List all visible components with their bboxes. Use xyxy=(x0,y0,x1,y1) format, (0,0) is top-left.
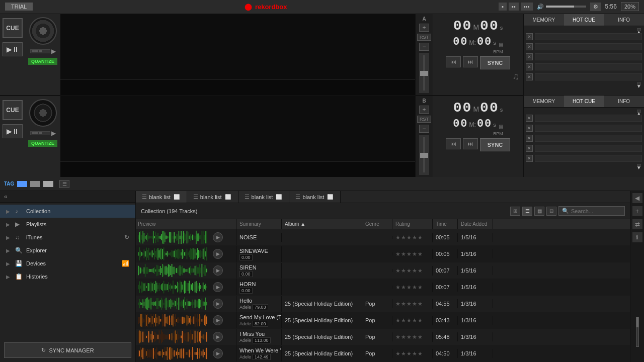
tab-hotcue-a[interactable]: HOT CUE xyxy=(564,14,604,26)
hotcue-x-b-4[interactable]: ✕ xyxy=(526,145,533,152)
hotcue-x-b-2[interactable]: ✕ xyxy=(526,125,533,132)
tab-close-0[interactable]: ⬜ xyxy=(173,194,181,200)
scroll-down-a[interactable]: ▾ xyxy=(637,82,641,85)
detail-view-btn[interactable]: ⊟ xyxy=(546,207,556,216)
play-preview-btn[interactable]: ▶ xyxy=(213,299,223,309)
volume-slider[interactable] xyxy=(546,6,586,8)
col-genre[interactable]: Genre xyxy=(362,219,392,229)
td-rating[interactable]: ★★★★★ xyxy=(392,316,433,325)
tab-close-1[interactable]: ⬜ xyxy=(224,194,232,200)
pitch-down-b[interactable]: − xyxy=(419,125,429,133)
search-input[interactable] xyxy=(571,208,621,214)
tab-info-a[interactable]: INFO xyxy=(604,14,644,26)
td-rating[interactable]: ★★★★★ xyxy=(392,233,433,242)
tag-color-blue[interactable] xyxy=(17,181,27,187)
hotcue-x-a-3[interactable]: ✕ xyxy=(526,53,533,60)
itunes-sync-icon[interactable]: ↻ xyxy=(124,234,129,241)
seek-fwd-a[interactable]: ⏭ xyxy=(463,56,478,67)
transport-b-arrow[interactable]: ▶ xyxy=(51,130,56,137)
hotcue-x-b-5[interactable]: ✕ xyxy=(526,155,533,162)
sidebar-item-histories[interactable]: ▶ 📋 Histories xyxy=(0,270,135,283)
tab-2[interactable]: ☰ blank list ⬜ xyxy=(238,191,290,203)
cue-b-button[interactable]: CUE xyxy=(3,100,23,120)
play-preview-btn[interactable]: ▶ xyxy=(213,315,223,325)
sidebar-item-itunes[interactable]: ▶ ♫ iTunes ↻ xyxy=(0,231,135,244)
hotcue-x-a-1[interactable]: ✕ xyxy=(526,33,533,40)
table-row[interactable]: ▶ SINEWAVE 0.00 ★★★★★ 00:05 1/5/16 xyxy=(136,246,630,262)
scroll-down-b[interactable]: ▾ xyxy=(637,164,641,167)
cue-a-button[interactable]: CUE xyxy=(3,18,23,38)
rst-b[interactable]: RST xyxy=(417,116,431,123)
table-row[interactable]: ▶ When We Were Young Adele 142.49 25 (Sp… xyxy=(136,345,630,362)
list-view-btn[interactable]: ☰ xyxy=(522,207,532,216)
hotcue-x-a-4[interactable]: ✕ xyxy=(526,63,533,70)
play-a-button[interactable]: ▶⏸ xyxy=(3,42,23,56)
seek-fwd-b[interactable]: ⏭ xyxy=(463,138,478,149)
table-row[interactable]: ▶ SIREN 0.00 ★★★★★ 00:07 1/5/16 xyxy=(136,262,630,279)
col-album[interactable]: Album ▲ xyxy=(282,219,362,229)
td-rating[interactable]: ★★★★★ xyxy=(392,332,433,342)
quantize-b-btn[interactable]: QUANTIZE xyxy=(28,140,57,147)
col-date-added[interactable]: Date Added xyxy=(458,219,493,229)
hotcue-x-a-2[interactable]: ✕ xyxy=(526,43,533,50)
pitch-fader-b[interactable] xyxy=(419,135,429,175)
sidebar-item-collection[interactable]: ▶ ♪ Collection xyxy=(0,205,135,218)
view-btn-3[interactable]: ▪▪▪ xyxy=(521,3,533,11)
td-rating[interactable]: ★★★★★ xyxy=(392,283,433,292)
tag-color-gray[interactable] xyxy=(30,181,40,187)
table-row[interactable]: ▶ HORN 0.00 ★★★★★ 00:07 1/5/16 xyxy=(136,279,630,296)
side-btn-plus[interactable]: + xyxy=(632,206,642,216)
tab-close-3[interactable]: ⬜ xyxy=(326,194,334,200)
sidebar-item-devices[interactable]: ▶ 💾 Devices 📶 xyxy=(0,257,135,270)
tab-3[interactable]: ☰ blank list ⬜ xyxy=(289,191,341,203)
settings-btn[interactable]: ⚙ xyxy=(590,3,601,11)
scroll-up-b[interactable]: ▴ xyxy=(637,110,641,113)
tag-color-light[interactable] xyxy=(43,181,53,187)
tab-memory-a[interactable]: MEMORY xyxy=(524,14,564,26)
transport-a-arrow[interactable]: ▶ xyxy=(51,48,56,55)
seek-back-b[interactable]: ⏮ xyxy=(446,138,461,149)
sidebar-item-explorer[interactable]: ▶ 🔍 Explorer xyxy=(0,244,135,257)
waveform-icon-a[interactable]: ♫ xyxy=(513,71,520,82)
pitch-down-a[interactable]: − xyxy=(419,43,429,51)
tab-hotcue-b[interactable]: HOT CUE xyxy=(564,96,604,107)
quantize-a-btn[interactable]: QUANTIZE xyxy=(28,58,57,65)
list-view-toggle[interactable]: ☰ xyxy=(59,180,69,188)
pitch-fader-a[interactable] xyxy=(419,53,429,93)
td-rating[interactable]: ★★★★★ xyxy=(392,249,433,259)
play-preview-btn[interactable]: ▶ xyxy=(213,265,223,276)
pitch-up-b[interactable]: + xyxy=(419,106,429,114)
view-btn-2[interactable]: ▪▪ xyxy=(509,3,519,11)
side-btn-info[interactable]: ℹ xyxy=(632,232,642,242)
seek-back-a[interactable]: ⏮ xyxy=(446,56,461,67)
play-preview-btn[interactable]: ▶ xyxy=(213,348,223,358)
table-row[interactable]: ▶ I Miss You Adele 113.00 25 (Special Ho… xyxy=(136,329,630,345)
tab-info-b[interactable]: INFO xyxy=(604,96,644,107)
album-view-btn[interactable]: ▦ xyxy=(534,207,544,216)
hotcue-x-a-5[interactable]: ✕ xyxy=(526,73,533,80)
play-preview-btn[interactable]: ▶ xyxy=(213,332,223,342)
col-summary[interactable]: Summary xyxy=(236,219,282,229)
scroll-up-a[interactable]: ▴ xyxy=(637,28,641,31)
grid-view-btn[interactable]: ⊞ xyxy=(510,207,520,216)
table-row[interactable]: ▶ Hello Adele 79.03 25 (Special Holiday … xyxy=(136,296,630,312)
sync-b-btn[interactable]: SYNC xyxy=(480,138,510,151)
pitch-up-a[interactable]: + xyxy=(419,24,429,32)
col-time[interactable]: Time xyxy=(433,219,458,229)
vertical-scrollbar[interactable] xyxy=(636,317,639,347)
side-btn-arrows[interactable]: ⇄ xyxy=(632,219,642,229)
hotcue-x-b-3[interactable]: ✕ xyxy=(526,135,533,142)
sync-a-btn[interactable]: SYNC xyxy=(480,56,510,69)
tab-0[interactable]: ☰ blank list ⬜ xyxy=(136,191,187,203)
play-preview-btn[interactable]: ▶ xyxy=(213,249,223,259)
play-preview-btn[interactable]: ▶ xyxy=(213,282,223,292)
play-preview-btn[interactable]: ▶ xyxy=(213,232,223,242)
rst-a[interactable]: RST xyxy=(417,34,431,41)
tab-close-2[interactable]: ⬜ xyxy=(275,194,283,200)
play-b-button[interactable]: ▶⏸ xyxy=(3,124,23,138)
col-rating[interactable]: Rating xyxy=(392,219,433,229)
col-preview[interactable]: Preview xyxy=(136,219,236,229)
td-rating[interactable]: ★★★★★ xyxy=(392,266,433,276)
sync-manager-btn[interactable]: ↻ SYNC MANAGER xyxy=(4,342,131,358)
table-row[interactable]: ▶ NOISE ★★★★★ 00:05 1/5/16 xyxy=(136,229,630,246)
